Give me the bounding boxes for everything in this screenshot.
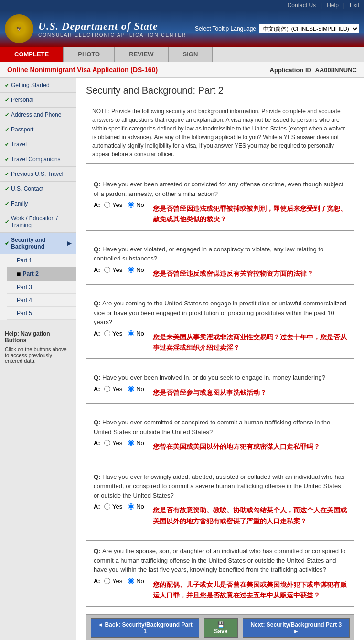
q1-yes-radio[interactable] (104, 202, 110, 208)
q3-no-radio[interactable] (128, 330, 134, 336)
sidebar-label: Family (11, 200, 28, 207)
sidebar-label: Travel (11, 141, 27, 148)
q5-yes-option[interactable]: Yes (104, 439, 122, 446)
q6-text: Have you ever knowingly aided, abetted, … (94, 473, 344, 499)
sidebar-sub-label: Part 4 (17, 297, 32, 304)
check-icon: ✔ (5, 201, 9, 207)
question-4: Q: Have you ever been involved in, or do… (86, 367, 354, 404)
check-icon: ✔ (5, 97, 9, 103)
sidebar-label: Security and Background (11, 237, 65, 250)
check-icon: ✔ (5, 112, 9, 118)
sidebar-item-personal[interactable]: ✔ Personal (0, 93, 76, 108)
q2-yes-radio[interactable] (104, 267, 110, 273)
language-selector-area: Select Tooltip Language 中文(简体）(CHINESE-S… (195, 24, 359, 33)
q5-yes-radio[interactable] (104, 440, 110, 446)
language-select[interactable]: 中文(简体）(CHINESE-SIMPLIFIED) English (259, 24, 359, 33)
main-content: Security and Background: Part 2 NOTE: Pr… (76, 78, 364, 640)
q5-text: Have you ever committed or conspired to … (94, 419, 330, 435)
q3-radio-group: Yes No (104, 330, 144, 337)
tab-complete[interactable]: COMPLETE (0, 47, 64, 62)
page-title: Security and Background: Part 2 (86, 85, 354, 96)
agency-name: U.S. Department of State (38, 20, 158, 32)
top-bar: Contact Us | Help | Exit (0, 0, 364, 11)
q6-annotation: 您是否有故意资助、教唆、协助或勾结某个人，而这个人在美国或美国以外的地方曾犯有或… (153, 505, 347, 526)
tab-photo[interactable]: PHOTO (64, 47, 115, 62)
back-button[interactable]: ◄ Back: Security/Background Part 1 (91, 618, 199, 638)
q6-yes-radio[interactable] (104, 503, 110, 510)
check-icon: ✔ (5, 186, 9, 192)
q7-no-radio[interactable] (128, 578, 134, 584)
seal-icon: 🦅 (5, 14, 33, 43)
sidebar-label: Travel Companions (11, 156, 61, 163)
check-icon: ✔ (5, 141, 9, 148)
sidebar-item-family[interactable]: ✔ Family (0, 196, 76, 211)
sidebar-item-prev-us-travel[interactable]: ✔ Previous U.S. Travel (0, 167, 76, 182)
check-icon: ✔ (5, 219, 9, 225)
sidebar-item-security[interactable]: ✔ Security and Background ▶ (0, 233, 76, 254)
q3-annotation: 您是来美国从事卖淫或非法商业性交易吗？过去十年中，您是否从事过卖淫或组织介绍过卖… (153, 332, 347, 353)
question-7: Q: Are you the spouse, son, or daughter … (86, 540, 354, 607)
q3-yes-radio[interactable] (104, 330, 110, 336)
sidebar-label: U.S. Contact (11, 185, 43, 192)
sidebar: ✔ Getting Started ✔ Personal ✔ Address a… (0, 78, 76, 640)
site-header: 🦅 U.S. Department of State CONSULAR ELEC… (0, 11, 364, 47)
q6-no-option[interactable]: No (128, 503, 144, 510)
q2-annotation: 您是否曾经违反或密谋违反有关管控物资方面的法律？ (153, 268, 313, 279)
q4-yes-option[interactable]: Yes (104, 385, 122, 392)
q5-no-option[interactable]: No (128, 439, 144, 446)
q1-yes-option[interactable]: Yes (104, 201, 122, 208)
q4-no-radio[interactable] (128, 386, 134, 392)
check-icon: ✔ (5, 127, 9, 133)
q1-no-radio[interactable] (128, 202, 134, 208)
sidebar-sub-part3[interactable]: Part 3 (7, 281, 76, 294)
q4-yes-radio[interactable] (104, 386, 110, 392)
q1-radio-group: Yes No (104, 201, 144, 208)
note-box: NOTE: Provide the following security and… (86, 102, 354, 164)
q5-no-radio[interactable] (128, 440, 134, 446)
next-button[interactable]: Next: Security/Background Part 3 ► (243, 618, 350, 638)
sidebar-sub-part1[interactable]: Part 1 (7, 254, 76, 267)
help-link[interactable]: Help (327, 2, 339, 9)
q2-no-radio[interactable] (128, 267, 134, 273)
sidebar-label: Personal (11, 97, 33, 103)
note-text: NOTE: Provide the following security and… (92, 108, 345, 158)
q2-no-option[interactable]: No (128, 266, 144, 273)
q7-no-option[interactable]: No (128, 577, 144, 585)
q4-text: Have you ever been involved in, or do yo… (102, 374, 325, 381)
sidebar-item-travel-companions[interactable]: ✔ Travel Companions (0, 152, 76, 167)
app-id-label: Application ID (270, 66, 311, 74)
sidebar-item-travel[interactable]: ✔ Travel (0, 137, 76, 152)
sidebar-label: Address and Phone (11, 111, 61, 118)
app-title: Online Nonimmigrant Visa Application (DS… (7, 66, 158, 74)
sidebar-item-getting-started[interactable]: ✔ Getting Started (0, 78, 76, 93)
sidebar-sub-part5[interactable]: Part 5 (7, 307, 76, 320)
q6-no-radio[interactable] (128, 503, 134, 510)
q7-yes-option[interactable]: Yes (104, 577, 122, 585)
q7-yes-radio[interactable] (104, 578, 110, 584)
tab-sign[interactable]: SIGN (169, 47, 213, 62)
q4-no-option[interactable]: No (128, 385, 144, 392)
exit-link[interactable]: Exit (350, 2, 359, 9)
agency-subtitle: CONSULAR ELECTRONIC APPLICATION CENTER (38, 33, 186, 38)
sidebar-label: Previous U.S. Travel (11, 171, 63, 177)
q3-yes-option[interactable]: Yes (104, 330, 122, 337)
save-button[interactable]: 💾 Save (204, 618, 238, 638)
sidebar-item-work-education[interactable]: ✔ Work / Education / Training (0, 211, 76, 233)
question-6: Q: Have you ever knowingly aided, abette… (86, 466, 354, 532)
sidebar-sub-part4[interactable]: Part 4 (7, 294, 76, 307)
check-icon: ✔ (5, 240, 9, 247)
q3-no-option[interactable]: No (128, 330, 144, 337)
q5-radio-group: Yes No (104, 439, 144, 446)
q6-yes-option[interactable]: Yes (104, 503, 122, 510)
q2-yes-option[interactable]: Yes (104, 266, 122, 273)
q1-no-option[interactable]: No (128, 201, 144, 208)
sidebar-item-us-contact[interactable]: ✔ U.S. Contact (0, 182, 76, 196)
nav-tabs: COMPLETE PHOTO REVIEW SIGN (0, 47, 364, 62)
sidebar-sub-part2[interactable]: ■ Part 2 (7, 267, 76, 281)
logo-area: 🦅 U.S. Department of State CONSULAR ELEC… (5, 14, 186, 43)
sidebar-item-passport[interactable]: ✔ Passport (0, 122, 76, 137)
tab-review[interactable]: REVIEW (115, 47, 168, 62)
question-1: Q: Have you ever been arrested or convic… (86, 174, 354, 231)
contact-us-link[interactable]: Contact Us (288, 2, 316, 9)
sidebar-item-address-phone[interactable]: ✔ Address and Phone (0, 108, 76, 122)
